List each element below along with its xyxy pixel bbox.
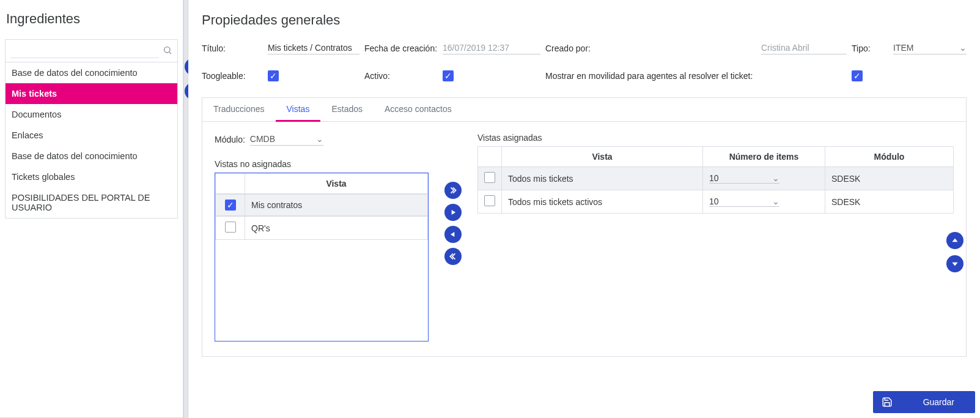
unassigned-title: Vistas no asignadas bbox=[215, 159, 429, 169]
tab-estados[interactable]: Estados bbox=[320, 98, 374, 121]
label-titulo: Título: bbox=[202, 43, 263, 53]
select-modulo-value: CMDB bbox=[250, 134, 275, 144]
move-all-left-button[interactable] bbox=[444, 248, 462, 265]
assigned-row[interactable]: Todos mis tickets10⌄SDESK bbox=[478, 167, 954, 190]
row-mod: SDESK bbox=[825, 190, 954, 214]
row-vista: Todos mis tickets activos bbox=[502, 190, 703, 214]
save-icon bbox=[882, 397, 893, 408]
label-toogleable: Toogleable: bbox=[202, 71, 263, 81]
move-right-button[interactable] bbox=[444, 204, 462, 221]
input-creado bbox=[761, 42, 847, 54]
label-activo: Activo: bbox=[364, 71, 438, 81]
svg-marker-3 bbox=[451, 232, 454, 237]
save-label: Guardar bbox=[923, 397, 954, 407]
chevron-down-icon: ⌄ bbox=[316, 134, 323, 144]
move-up-button[interactable] bbox=[946, 232, 963, 249]
move-left-button[interactable] bbox=[444, 226, 462, 243]
sidebar-item-1[interactable]: Mis tickets bbox=[6, 83, 177, 104]
label-mostrar: Mostrar en movilidad para agentes al res… bbox=[545, 71, 847, 81]
checkbox-toogleable[interactable]: ✓ bbox=[268, 70, 279, 81]
sidebar-item-3[interactable]: Enlaces bbox=[6, 125, 177, 146]
sidebar-item-6[interactable]: POSIBILIDADES DEL PORTAL DE USUARIO bbox=[6, 187, 177, 218]
svg-point-0 bbox=[164, 47, 170, 52]
input-titulo[interactable] bbox=[268, 42, 359, 54]
chevron-down-icon: ⌄ bbox=[772, 173, 779, 183]
select-tipo[interactable]: ITEM ⌄ bbox=[893, 42, 967, 54]
tabs: TraduccionesVistasEstadosAcceso contacto… bbox=[202, 97, 967, 357]
sidebar-item-4[interactable]: Base de datos del conocimiento bbox=[6, 146, 177, 166]
main-title: Propiedades generales bbox=[202, 12, 967, 28]
row-checkbox[interactable] bbox=[484, 172, 495, 183]
assigned-col-vista: Vista bbox=[502, 147, 703, 167]
checkbox-header bbox=[216, 174, 245, 194]
unassigned-col-vista: Vista bbox=[245, 174, 428, 194]
sidebar: Ingredientes + − Base de datos del conoc… bbox=[0, 0, 183, 418]
row-vista: Mis contratos bbox=[245, 195, 428, 216]
search-icon[interactable] bbox=[159, 45, 172, 57]
chevron-down-icon: ⌄ bbox=[772, 196, 779, 206]
checkbox-mostrar[interactable]: ✓ bbox=[852, 70, 863, 81]
row-vista: QR's bbox=[245, 217, 428, 240]
move-down-button[interactable] bbox=[946, 255, 963, 272]
main-panel: Propiedades generales Título: Fecha de c… bbox=[188, 0, 980, 418]
row-checkbox[interactable] bbox=[484, 195, 495, 206]
label-modulo: Módulo: bbox=[215, 135, 245, 144]
unassigned-block: Módulo: CMDB ⌄ Vistas no asignadas Vista bbox=[215, 133, 429, 341]
row-vista: Todos mis tickets bbox=[502, 167, 703, 190]
row-checkbox[interactable] bbox=[225, 222, 236, 233]
select-tipo-value: ITEM bbox=[893, 43, 913, 53]
tab-acceso-contactos[interactable]: Acceso contactos bbox=[374, 98, 463, 121]
sidebar-item-0[interactable]: Base de datos del conocimiento bbox=[6, 62, 177, 83]
transfer-buttons bbox=[444, 182, 462, 265]
unassigned-table: Vista ✓Mis contratosQR's bbox=[215, 173, 429, 341]
svg-marker-2 bbox=[452, 210, 455, 215]
label-tipo: Tipo: bbox=[852, 43, 888, 53]
unassigned-row[interactable]: QR's bbox=[215, 216, 428, 240]
assigned-table: Vista Número de items Módulo Todos mis t… bbox=[477, 146, 954, 214]
sidebar-item-5[interactable]: Tickets globales bbox=[6, 166, 177, 187]
assigned-col-mod: Módulo bbox=[825, 147, 954, 167]
select-modulo[interactable]: CMDB ⌄ bbox=[250, 133, 323, 146]
move-all-right-button[interactable] bbox=[444, 182, 462, 199]
row-num-select[interactable]: 10⌄ bbox=[709, 196, 779, 207]
sidebar-item-2[interactable]: Documentos bbox=[6, 104, 177, 125]
label-creado: Creado por: bbox=[545, 43, 625, 53]
sidebar-title: Ingredientes bbox=[6, 11, 177, 27]
chevron-down-icon: ⌄ bbox=[959, 43, 967, 53]
checkbox-header bbox=[478, 147, 502, 167]
tab-traducciones[interactable]: Traducciones bbox=[202, 98, 276, 121]
row-mod: SDESK bbox=[825, 167, 954, 190]
tab-vistas[interactable]: Vistas bbox=[276, 98, 321, 122]
assigned-title: Vistas asignadas bbox=[477, 133, 954, 143]
label-fecha: Fecha de creación: bbox=[364, 43, 438, 53]
input-fecha bbox=[443, 42, 540, 54]
assigned-col-num: Número de items bbox=[703, 147, 825, 167]
checkbox-activo[interactable]: ✓ bbox=[443, 70, 454, 81]
svg-marker-4 bbox=[952, 239, 957, 242]
unassigned-row[interactable]: ✓Mis contratos bbox=[215, 194, 428, 216]
assigned-row[interactable]: Todos mis tickets activos10⌄SDESK bbox=[478, 190, 954, 214]
row-num-select[interactable]: 10⌄ bbox=[709, 173, 779, 184]
save-button[interactable]: Guardar bbox=[873, 391, 975, 413]
sidebar-list-card: + − Base de datos del conocimientoMis ti… bbox=[5, 39, 178, 218]
sidebar-search[interactable] bbox=[10, 43, 159, 58]
svg-marker-5 bbox=[952, 263, 957, 266]
assigned-block: Vistas asignadas Vista Número de items M… bbox=[477, 133, 954, 214]
svg-line-1 bbox=[169, 52, 171, 54]
row-checkbox[interactable]: ✓ bbox=[225, 200, 236, 211]
